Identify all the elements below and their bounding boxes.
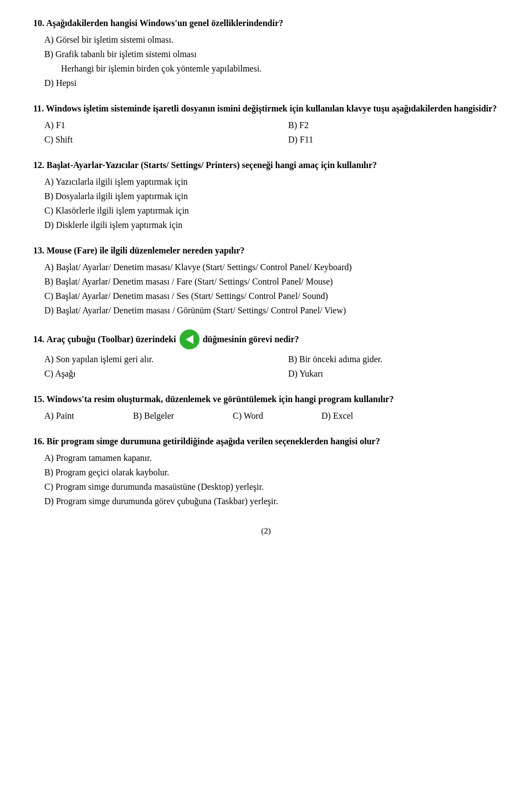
q10-options: A) Görsel bir işletim sistemi olması. B)… [44, 33, 499, 90]
list-item: B) Grafik tabanlı bir işletim sistemi ol… [44, 48, 499, 61]
option-label: D) [44, 306, 54, 315]
option-text: Yukarı [299, 369, 323, 378]
option-label: B) [133, 411, 142, 420]
option-col: D) Yukarı [288, 367, 499, 380]
option-col: B) Bir önceki adıma gider. [288, 353, 499, 366]
option-text: Shift [55, 135, 73, 144]
option-col: A) Paint [44, 409, 111, 423]
q12-options: A) Yazıcılarla ilgili işlem yaptırmak iç… [44, 175, 499, 232]
list-item: D) Program simge durumunda görev çubuğun… [44, 495, 499, 508]
q13-options: A) Başlat/ Ayarlar/ Denetim masası/ Klav… [44, 261, 499, 317]
q16-number: 16 [33, 437, 42, 446]
option-label: A) [44, 35, 54, 44]
option-label: D) [288, 369, 298, 378]
option-label: B) [44, 277, 53, 286]
page-number: (2) [33, 525, 499, 537]
list-item: A) Paint B) Belgeler C) Word D) Excel [44, 409, 499, 423]
option-text: Program tamamen kapanır. [56, 453, 152, 463]
q15-text: Windows'ta resim oluşturmak, düzenlemek … [47, 394, 394, 404]
option-text: F11 [300, 135, 313, 144]
option-label: A) [44, 262, 54, 272]
option-label: C) [44, 206, 53, 215]
q11-number: 11 [33, 104, 42, 113]
list-item: C) Shift D) F11 [44, 133, 499, 146]
question-15: 15. Windows'ta resim oluşturmak, düzenle… [33, 393, 499, 423]
option-col: D) F11 [288, 133, 499, 146]
q16-title: 16. Bir program simge durumuna getirildi… [33, 435, 499, 448]
option-text: Program geçici olarak kaybolur. [55, 468, 169, 477]
option-text: Klasörlerle ilgili işlem yaptırmak için [55, 206, 189, 215]
q14-text-before: Araç çubuğu (Toolbar) üzerindeki [47, 333, 176, 346]
question-16: 16. Bir program simge durumuna getirildi… [33, 435, 499, 508]
list-item: D) Hepsi [44, 77, 499, 90]
q16-text: Bir program simge durumuna getirildiğind… [47, 437, 380, 446]
option-col: A) F1 [44, 119, 255, 132]
question-12: 12. Başlat-Ayarlar-Yazıcılar (Starts/ Se… [33, 159, 499, 232]
option-col: D) Excel [321, 409, 388, 423]
option-col: B) Belgeler [133, 409, 211, 423]
q12-title: 12. Başlat-Ayarlar-Yazıcılar (Starts/ Se… [33, 159, 499, 172]
list-item: A) Son yapılan işlemi geri alır. B) Bir … [44, 353, 499, 366]
list-item: B) Başlat/ Ayarlar/ Denetim masası / Far… [44, 275, 499, 288]
option-col: A) Son yapılan işlemi geri alır. [44, 353, 255, 366]
option-col: C) Word [233, 409, 299, 423]
list-item: C) Program simge durumunda masaüstüne (D… [44, 480, 499, 494]
option-text: Grafik tabanlı bir işletim sistemi olmas… [55, 49, 197, 59]
option-text: Program simge durumunda görev çubuğuna (… [56, 496, 278, 506]
option-text: Word [244, 411, 263, 420]
list-item: C) Aşağı D) Yukarı [44, 367, 499, 380]
q15-options: A) Paint B) Belgeler C) Word D) Excel [44, 409, 499, 423]
q12-number: 12 [33, 160, 42, 170]
option-text: Başlat/ Ayarlar/ Denetim masası / Fare (… [55, 277, 333, 286]
q14-number: 14 [33, 333, 42, 346]
list-item: A) F1 B) F2 [44, 119, 499, 132]
q15-number: 15 [33, 394, 42, 404]
q13-number: 13 [33, 246, 42, 255]
option-col: C) Aşağı [44, 367, 255, 380]
question-13: 13. Mouse (Fare) ile ilgili düzenlemeler… [33, 244, 499, 317]
option-label: B) [44, 191, 53, 201]
q11-title: 11. Windows işletim sisteminde işaretli … [33, 102, 499, 115]
list-item: C) Klasörlerle ilgili işlem yaptırmak iç… [44, 204, 499, 217]
option-text: Paint [56, 411, 74, 420]
question-10: 10. Aşağıdakilerden hangisi Windows'un g… [33, 17, 499, 90]
option-text: Yazıcılarla ilgili işlem yaptırmak için [55, 177, 187, 186]
option-text: Belgeler [144, 411, 174, 420]
list-item: Herhangi bir işlemin birden çok yöntemle… [61, 62, 499, 75]
option-label: A) [44, 354, 54, 364]
q11-text: Windows işletim sisteminde işaretli dosy… [46, 104, 497, 113]
option-label: B) [288, 354, 297, 364]
option-text: Excel [333, 411, 353, 420]
option-label: C) [44, 482, 53, 491]
option-text: Son yapılan işlemi geri alır. [56, 354, 154, 364]
option-col: C) Shift [44, 133, 255, 146]
q10-title: 10. Aşağıdakilerden hangisi Windows'un g… [33, 17, 499, 30]
option-text: Aşağı [55, 369, 75, 378]
list-item: A) Görsel bir işletim sistemi olması. [44, 33, 499, 47]
option-label: C) [233, 411, 242, 420]
q16-options: A) Program tamamen kapanır. B) Program g… [44, 451, 499, 508]
option-label: C) [44, 291, 53, 301]
option-label: A) [44, 120, 54, 130]
list-item: D) Disklerle ilgili işlem yaptırmak için [44, 219, 499, 232]
option-label: A) [44, 453, 54, 463]
q13-text: Mouse (Fare) ile ilgili düzenlemeler ner… [47, 246, 244, 255]
option-label: B) [288, 120, 297, 130]
question-14: 14. Araç çubuğu (Toolbar) üzerindeki düğ… [33, 329, 499, 380]
option-label: B) [44, 49, 53, 59]
option-text: Görsel bir işletim sistemi olması. [56, 35, 173, 44]
q15-title: 15. Windows'ta resim oluşturmak, düzenle… [33, 393, 499, 406]
option-text: Başlat/ Ayarlar/ Denetim masası/ Klavye … [56, 262, 352, 272]
option-label: B) [44, 468, 53, 477]
option-label: D) [44, 220, 54, 230]
option-label: A) [44, 177, 54, 186]
option-text: Başlat/ Ayarlar/ Denetim masası / Ses (S… [55, 291, 328, 301]
back-arrow-icon [180, 329, 200, 349]
list-item: B) Program geçici olarak kaybolur. [44, 466, 499, 479]
list-item: A) Program tamamen kapanır. [44, 451, 499, 465]
option-label: C) [44, 135, 53, 144]
option-label: D) [321, 411, 331, 420]
q10-number: 10 [33, 18, 42, 28]
list-item: A) Başlat/ Ayarlar/ Denetim masası/ Klav… [44, 261, 499, 274]
page-number-text: (2) [261, 526, 271, 535]
